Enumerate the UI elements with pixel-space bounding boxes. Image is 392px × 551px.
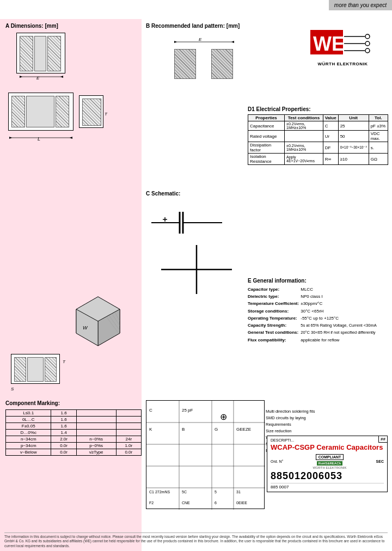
e-row-storage: Storage conditions: 30°C <65rH [248,308,388,314]
svg-marker-5 [70,137,72,139]
svg-text:L: L [38,136,40,142]
marking-table-container: L≤0.11.6 0L…C1.6 F±0.051.6 D…0%c1.4 n~34… [5,409,142,456]
revision-badge: ## [378,436,388,443]
product-info-box: DESCRIPTI... WCAP-CSGP Ceramic Capacitor… [267,436,388,492]
dim-3d-view: W [71,294,125,348]
svg-text:GEEZE: GEEZE [236,427,251,432]
svg-text:C: C [149,408,152,413]
table-row: Dissipation factor ±0.2V•rms, 1MHz±10% D… [248,142,388,154]
svg-text:5C: 5C [182,490,187,494]
section-e: E General information: Capacitor type: M… [248,278,388,344]
table-row: n~34cm2.0rn~0%s24r [6,436,142,443]
table-row: L≤0.11.6 [6,410,142,417]
col-value: Value [323,115,338,121]
table-row: F±0.051.6 [6,423,142,430]
col-tol: Tol. [369,115,388,121]
s-label: S [11,387,14,391]
section-a-title: A Dimensions: [mm] [5,23,58,29]
svg-text:WE: WE [313,33,345,55]
svg-text:K: K [149,427,152,432]
e-row-temp-coeff: Temperature Coefficient: ±30ppm/°C [248,301,388,307]
svg-marker-19 [231,41,234,43]
svg-text:C1 272mNS: C1 272mNS [149,490,170,494]
land-pattern-diagram: E [169,35,240,82]
svg-point-28 [365,48,370,53]
svg-text:5: 5 [215,490,217,494]
logo-area: WE WÜRTH ELEKTRONIK [298,25,388,66]
e-row-test-cond: General Test conditions: 20°C 30<65 RH i… [248,329,388,336]
svg-text:G: G [215,427,218,432]
footer-text: The information in this document is subj… [4,532,388,548]
e-row-dielectric: Dielectric type: NP0 class I [248,293,388,299]
col-properties: Properties [248,115,285,121]
t-label2: T [63,359,65,364]
svg-text:31: 31 [236,490,241,494]
svg-marker-4 [9,137,12,139]
svg-text:25 pF: 25 pF [182,408,193,413]
dim-diagram-t [79,95,103,128]
table-row: v~Below0.0rv≥Type0.0r [6,449,142,456]
part-number-large: 885012006053 [271,470,384,482]
svg-marker-18 [174,41,177,43]
order-code-label: Ord. N° [271,460,283,463]
section-b-title: B Recommended land pattern: [mm] [146,23,240,29]
col-testconditions: Test conditions [285,115,323,121]
col-unit: Unit [338,115,369,121]
svg-marker-1 [20,76,22,78]
dim-diagram-top: E [16,33,65,74]
svg-point-24 [365,34,370,39]
table-row: Rated voltage Ur 50 VDC max. [248,131,388,142]
product-name: WCAP-CSGP Ceramic Capacitors [271,443,384,452]
table-row: Isolation Resistance Apply 4E+1V~20V•rms… [248,154,388,165]
series-badge: SEC [376,460,384,463]
compliance-badges: COMPLIANT RoHS&REACh WÜRTH ELEKTRONIK [313,454,347,469]
svg-point-26 [365,41,370,46]
svg-text:B: B [182,427,185,432]
svg-text:0EIEE: 0EIEE [236,501,247,505]
svg-text:F2: F2 [149,501,154,505]
t-label: T [105,112,107,117]
e-row-op-temp: Operating Temperature: -55°C up to +125°… [248,315,388,321]
schematic-cross-diagram [146,245,247,299]
dim-diagram-side [8,93,74,131]
catalog-number: 885 0007 [271,483,384,489]
header-tagline: more than you expect [329,0,392,10]
table-row: 0L…C1.6 [6,417,142,423]
svg-text:CNE: CNE [182,501,190,505]
table-row: p~34cm0.0rp~0%s1.0r [6,443,142,449]
part-number-row: Ord. N° COMPLIANT RoHS&REACh WÜRTH ELEKT… [271,454,384,469]
e-row-flux: Flux compatibility: applicable for reflo… [248,337,388,343]
bottom-grid: C 25 pF K B G GEEZE ⊕ C1 272mNS 5C 5 31 … [146,400,265,509]
l-label: L [8,134,74,143]
section-c: C Schematic: [146,191,247,244]
svg-marker-2 [60,76,63,78]
e-row-type: Capacitor type: MLCC [248,286,388,292]
table-row: D…0%c1.4 [6,430,142,436]
svg-text:6: 6 [215,501,217,505]
brand-name: WÜRTH ELEKTRONIK [298,62,388,66]
description-label: DESCRIPTI... [271,438,384,442]
svg-text:E: E [199,37,202,42]
e-row-cap-strength: Capacity Strength: 5s at 65% Rating Volt… [248,322,388,329]
table-row: Capacitance ±0.2V•rms, 1MHz±10% C 25 pF … [248,121,388,131]
svg-text:⊕: ⊕ [220,412,227,421]
section-marking-title: Component Marking: [5,400,60,406]
dim-diagram-bottom [11,354,60,384]
section-d1: D1 Electrical Properties: Properties Tes… [248,106,388,165]
